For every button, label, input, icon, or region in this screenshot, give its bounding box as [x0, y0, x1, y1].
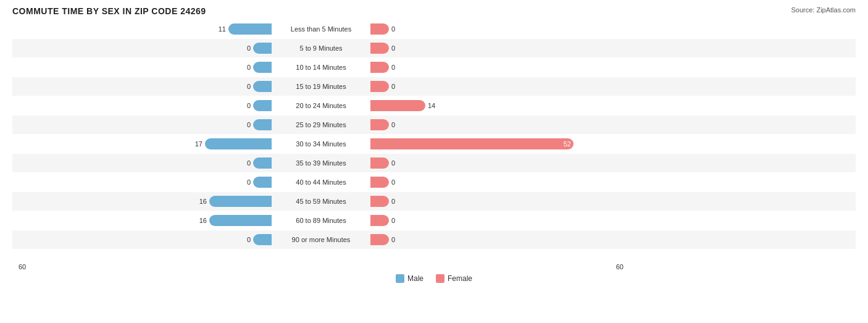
female-value: 0 [391, 236, 404, 243]
male-value: 0 [238, 64, 251, 71]
male-section: 11 [12, 23, 272, 35]
male-value: 11 [214, 25, 226, 33]
bar-row: 0 90 or more Minutes 0 [12, 230, 856, 249]
axis-left-value: 60 [12, 263, 272, 271]
male-section: 16 [12, 215, 272, 226]
female-section: 0 [370, 157, 630, 169]
male-section: 0 [12, 234, 272, 245]
row-label: 60 to 89 Minutes [272, 217, 370, 224]
female-section: 0 [370, 234, 630, 245]
row-label: 35 to 39 Minutes [272, 159, 370, 167]
male-bar [253, 234, 272, 245]
female-bar [370, 119, 389, 130]
row-label: 20 to 24 Minutes [272, 102, 370, 109]
source-label: Source: ZipAtlas.com [791, 6, 856, 14]
row-label: 30 to 34 Minutes [272, 140, 370, 148]
male-section: 0 [12, 81, 272, 92]
male-bar [253, 100, 272, 111]
male-section: 0 [12, 62, 272, 73]
female-value: 14 [428, 102, 440, 109]
male-value: 0 [238, 83, 251, 90]
row-label: 45 to 59 Minutes [272, 198, 370, 205]
female-bar [370, 43, 389, 54]
male-bar [253, 43, 272, 54]
male-section: 0 [12, 119, 272, 130]
bar-row: 0 40 to 44 Minutes 0 [12, 173, 856, 191]
female-value: 0 [391, 178, 404, 186]
bar-row: 0 5 to 9 Minutes 0 [12, 39, 856, 57]
bar-row: 17 30 to 34 Minutes 52 [12, 135, 856, 153]
chart-title: COMMUTE TIME BY SEX IN ZIP CODE 24269 [12, 6, 856, 16]
bars-area: 11 Less than 5 Minutes 0 0 5 to 9 Minute… [12, 20, 856, 261]
female-bar [370, 62, 389, 73]
male-bar [228, 23, 272, 35]
female-bar [370, 196, 389, 207]
male-bar [205, 138, 272, 149]
female-section: 0 [370, 81, 630, 92]
bar-row: 0 25 to 29 Minutes 0 [12, 115, 856, 134]
row-label: 10 to 14 Minutes [272, 64, 370, 71]
legend: Male Female [12, 274, 856, 283]
male-value: 0 [238, 178, 251, 186]
male-section: 0 [12, 177, 272, 188]
female-section: 0 [370, 119, 630, 130]
male-bar [209, 196, 272, 207]
female-value: 0 [391, 217, 404, 224]
male-section: 0 [12, 43, 272, 54]
male-bar [253, 119, 272, 130]
female-value: 0 [391, 25, 404, 33]
row-label: 90 or more Minutes [272, 236, 370, 243]
male-value: 0 [238, 102, 251, 109]
male-bar [253, 62, 272, 73]
female-value: 0 [391, 64, 404, 71]
bar-row: 0 10 to 14 Minutes 0 [12, 58, 856, 77]
female-value: 0 [391, 121, 404, 128]
female-bar: 52 [370, 138, 574, 149]
row-label: Less than 5 Minutes [272, 25, 370, 33]
female-section: 0 [370, 196, 630, 207]
axis-right-value: 60 [370, 263, 630, 271]
male-bar [253, 177, 272, 188]
male-value: 17 [190, 140, 202, 148]
female-bar [370, 215, 389, 226]
row-label: 40 to 44 Minutes [272, 178, 370, 186]
female-bar [370, 157, 389, 169]
bar-row: 0 20 to 24 Minutes 14 [12, 96, 856, 115]
female-bar [370, 23, 389, 35]
male-value: 16 [194, 198, 207, 205]
male-value: 0 [238, 159, 251, 167]
female-section: 0 [370, 62, 630, 73]
row-label: 15 to 19 Minutes [272, 83, 370, 90]
female-bar [370, 177, 389, 188]
male-value: 0 [238, 121, 251, 128]
legend-male: Male [396, 274, 424, 283]
female-section: 14 [370, 100, 630, 111]
female-bar [370, 81, 389, 92]
male-value: 0 [238, 44, 251, 52]
female-value: 0 [391, 198, 404, 205]
legend-male-label: Male [407, 274, 424, 283]
female-section: 0 [370, 43, 630, 54]
male-value: 16 [194, 217, 207, 224]
bar-row: 11 Less than 5 Minutes 0 [12, 20, 856, 38]
chart-container: COMMUTE TIME BY SEX IN ZIP CODE 24269 So… [0, 0, 868, 323]
male-section: 17 [12, 138, 272, 149]
bar-row: 16 45 to 59 Minutes 0 [12, 192, 856, 211]
row-label: 25 to 29 Minutes [272, 121, 370, 128]
male-section: 0 [12, 157, 272, 169]
female-value: 0 [391, 83, 404, 90]
female-section: 0 [370, 177, 630, 188]
bar-row: 0 15 to 19 Minutes 0 [12, 77, 856, 96]
female-bar [370, 234, 389, 245]
legend-female: Female [436, 274, 472, 283]
female-section: 0 [370, 23, 630, 35]
female-bar [370, 100, 425, 111]
female-section: 0 [370, 215, 630, 226]
male-bar [253, 81, 272, 92]
legend-male-box [396, 274, 404, 283]
legend-female-label: Female [448, 274, 472, 283]
male-value: 0 [238, 236, 251, 243]
male-section: 16 [12, 196, 272, 207]
bar-row: 0 35 to 39 Minutes 0 [12, 154, 856, 172]
legend-female-box [436, 274, 444, 283]
